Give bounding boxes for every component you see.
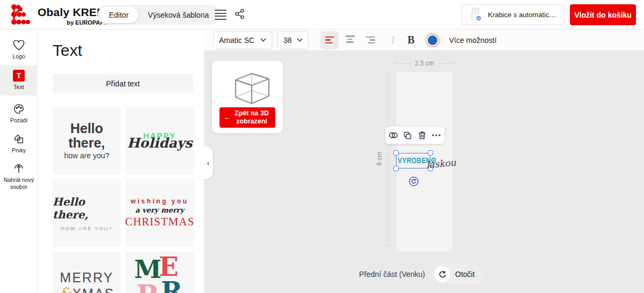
sidebar-item-label: Logo [12, 53, 25, 60]
text-template-merry-xmas[interactable]: MERRY & XMAS [53, 252, 121, 293]
back-to-3d-button[interactable]: ← Zpět na 3D zobrazení [219, 107, 275, 128]
editor-app: Obaly KREDO by EUROPAPIER Editor Výsekov… [0, 0, 644, 293]
rotate-view-button[interactable]: Otočit [432, 264, 484, 284]
width-dimension-label: 2.5 cm [412, 60, 437, 67]
sidebar-item-background[interactable]: Pozadí [0, 100, 38, 127]
duplicate-icon[interactable] [402, 129, 414, 141]
font-size-select[interactable]: 38 [277, 31, 309, 49]
add-text-button[interactable]: Přidat text [53, 74, 193, 93]
resize-handle-tr[interactable] [428, 150, 433, 156]
add-to-cart-button[interactable]: Vložit do košíku [570, 4, 636, 25]
chevron-down-icon [260, 38, 266, 42]
rotate-icon [411, 179, 416, 184]
upload-icon [12, 162, 25, 174]
align-left-icon [325, 36, 334, 44]
text-toolbar: Amatic SC 38 I B Více možností [204, 30, 644, 51]
panel-title: Text [53, 41, 82, 60]
text-template-merry-colorful[interactable]: M E R R Y [126, 252, 194, 293]
sidebar-item-label: Nahrát nový soubor [3, 177, 34, 191]
height-dimension-foot [383, 245, 392, 246]
share-icon[interactable] [234, 8, 246, 22]
tool-sidebar: Logo T Text Pozadí Prvky [0, 30, 38, 293]
more-options-link[interactable]: Více možností [449, 36, 497, 45]
text-template-grid: Hello there, how are you? HAPPY Holidays… [53, 107, 195, 293]
resize-handle-bl[interactable] [393, 166, 399, 171]
align-right-icon [366, 36, 375, 44]
text-template-merry-christmas[interactable]: wishing you a very merry CHRISTMAS [126, 179, 194, 247]
text-panel: Text Přidat text Hello there, how are yo… [38, 30, 204, 293]
delete-icon[interactable] [416, 129, 428, 141]
align-center-icon [346, 35, 355, 45]
sidebar-item-text[interactable]: T Text [0, 65, 38, 96]
font-family-select[interactable]: Amatic SC [213, 31, 272, 49]
selected-text-element[interactable]: VYROBENO [396, 153, 430, 169]
palette-icon [13, 103, 25, 115]
sidebar-item-upload[interactable]: Nahrát nový soubor [0, 158, 38, 194]
resize-handle-tl[interactable] [393, 150, 399, 156]
view-tabs: Editor Výseková šablona [98, 5, 220, 25]
tab-die-template[interactable]: Výseková šablona [138, 7, 219, 23]
rotate-cw-icon [434, 266, 450, 282]
text-color-swatch[interactable] [428, 35, 437, 45]
sidebar-item-label: Pozadí [10, 117, 28, 124]
sidebar-item-elements[interactable]: Prvky [0, 130, 38, 157]
brand-logo-icon [10, 3, 33, 28]
blend-icon[interactable] [387, 129, 399, 141]
product-selector[interactable]: Krabice s automatickým … [462, 4, 565, 25]
text-icon: T [13, 70, 25, 82]
text-template-happy-holidays[interactable]: HAPPY Holidays [126, 107, 194, 174]
sidebar-item-label: Prvky [12, 147, 26, 154]
sidebar-item-logo[interactable]: Logo [0, 37, 38, 63]
preview-3d-card: ← Zpět na 3D zobrazení [212, 61, 283, 133]
align-right-button[interactable] [361, 31, 379, 49]
heart-icon [13, 40, 25, 51]
tab-editor[interactable]: Editor [99, 7, 138, 23]
align-left-button[interactable] [320, 31, 339, 49]
element-toolbar [385, 127, 444, 144]
text-template-hello-bold[interactable]: Hello there, how are you? [53, 107, 121, 174]
box-wireframe-icon [222, 67, 273, 110]
width-dimension: 2.5 cm [396, 60, 453, 67]
height-dimension-line [387, 71, 388, 246]
chevron-left-icon: ‹ [207, 159, 209, 167]
chevron-down-icon [297, 38, 303, 42]
shapes-icon [13, 133, 25, 145]
height-dimension-label: 8 cm [376, 152, 383, 166]
current-side-label: Přední část (Venku) [204, 270, 425, 279]
header: Obaly KREDO by EUROPAPIER Editor Výsekov… [0, 0, 644, 30]
arrow-left-icon: ← [224, 113, 231, 122]
text-template-hello-script[interactable]: Hello there, HOW ARE YOU? [53, 179, 121, 247]
collapse-panel-handle[interactable]: ‹ [204, 146, 213, 179]
bold-button[interactable]: B [407, 34, 414, 46]
menu-icon[interactable] [215, 10, 226, 21]
rotate-handle[interactable] [409, 177, 419, 186]
sidebar-item-label: Text [13, 84, 24, 91]
italic-button[interactable]: I [391, 34, 394, 46]
more-icon[interactable] [430, 129, 442, 141]
design-canvas: Amatic SC 38 I B Více možností [204, 30, 644, 293]
product-name: Krabice s automatickým … [488, 11, 559, 19]
align-center-button[interactable] [341, 31, 359, 49]
product-thumbnail [467, 6, 484, 24]
